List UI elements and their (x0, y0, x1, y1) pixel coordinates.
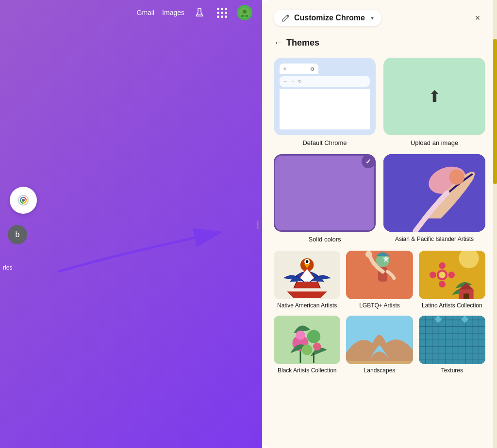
svg-point-25 (430, 272, 436, 278)
theme-card-lgbtq[interactable]: LGBTQ+ Artists (346, 251, 413, 310)
svg-rect-30 (464, 293, 469, 299)
panel-title: Customize Chrome (294, 14, 365, 22)
flask-icon[interactable] (192, 5, 207, 20)
back-nav[interactable]: ← Themes (274, 38, 485, 48)
scrollbar-track (493, 0, 497, 448)
svg-point-2 (241, 15, 244, 17)
svg-point-36 (313, 342, 321, 350)
selected-checkmark: ✓ (362, 155, 375, 168)
theme-card-latino[interactable]: Latino Artists Collection (419, 251, 485, 310)
dropdown-arrow-icon[interactable]: ▾ (371, 15, 374, 21)
top-bar: Gmail Images (0, 0, 262, 25)
theme-preview-solid-colors: ✓ (274, 154, 376, 232)
theme-label-native: Native American Artists (277, 302, 337, 310)
theme-label-textures: Textures (441, 367, 463, 375)
panel-header: Customize Chrome ▾ × (262, 0, 497, 34)
svg-point-11 (449, 169, 464, 185)
theme-label-asian-pacific: Asian & Pacific Islander Artists (395, 236, 474, 242)
theme-label-lgbtq: LGBTQ+ Artists (359, 302, 400, 310)
upload-icon: ⬆ (428, 87, 441, 106)
theme-label-solid: Solid colors (308, 236, 341, 243)
svg-point-3 (245, 15, 248, 17)
theme-preview-latino (419, 251, 485, 299)
theme-card-asian-pacific[interactable]: Asian & Pacific Islander Artists (383, 154, 485, 243)
theme-card-native-american[interactable]: Native American Artists (274, 251, 340, 310)
user-avatar-side[interactable]: b (8, 225, 27, 244)
theme-label-black-artists: Black Artists Collection (278, 367, 336, 375)
arrow-annotation (29, 204, 262, 281)
back-arrow-icon[interactable]: ← (274, 38, 282, 48)
panel-title-group[interactable]: Customize Chrome ▾ (274, 10, 381, 26)
theme-preview-upload: ⬆ (383, 58, 485, 135)
scrollbar-thumb[interactable] (493, 39, 497, 184)
nav-arrow-left: ← (283, 79, 288, 84)
close-button[interactable]: × (470, 10, 485, 26)
customize-panel: Customize Chrome ▾ × ← Themes ⚙ ← (262, 0, 497, 448)
theme-preview-landscapes (346, 316, 413, 364)
svg-point-26 (448, 272, 455, 278)
svg-point-7 (22, 199, 25, 202)
theme-card-upload[interactable]: ⬆ Upload an image (383, 58, 485, 146)
svg-rect-9 (383, 154, 485, 232)
theme-card-solid-colors[interactable]: ✓ Solid colors (274, 154, 376, 243)
theme-preview-textures (419, 316, 485, 364)
theme-card-textures[interactable]: Textures (419, 316, 485, 375)
nav-arrow-right: → (291, 79, 295, 84)
theme-label-upload: Upload an image (411, 139, 458, 146)
svg-point-34 (296, 330, 305, 339)
nav-label-ries: ries (3, 264, 12, 271)
images-link[interactable]: Images (162, 9, 184, 16)
themes-heading: Themes (286, 38, 319, 48)
theme-grid-top: ⚙ ← → ↻ Default Chrome ⬆ Upload an image (274, 58, 485, 243)
theme-label-latino: Latino Artists Collection (422, 302, 482, 310)
svg-rect-39 (346, 361, 413, 364)
theme-preview-asian-pacific (383, 154, 485, 232)
theme-preview-lgbtq (346, 251, 413, 299)
chrome-background: Gmail Images (0, 0, 262, 448)
svg-point-27 (439, 272, 446, 278)
theme-label-default: Default Chrome (302, 139, 347, 146)
panel-content[interactable]: ← Themes ⚙ ← → ↻ Defa (262, 34, 497, 448)
theme-preview-black-artists (274, 316, 340, 364)
svg-point-33 (307, 330, 320, 343)
resize-handle[interactable]: || (255, 214, 261, 234)
chrome-mock-body (280, 89, 370, 129)
user-avatar-top[interactable] (237, 5, 252, 20)
theme-grid-bottom: Native American Artists (274, 251, 485, 374)
chrome-mock-tab: ⚙ (280, 64, 318, 74)
svg-point-19 (365, 251, 372, 258)
theme-card-default-chrome[interactable]: ⚙ ← → ↻ Default Chrome (274, 58, 376, 146)
svg-point-23 (439, 262, 446, 269)
theme-preview-default-chrome: ⚙ ← → ↻ (274, 58, 376, 135)
gmail-link[interactable]: Gmail (137, 9, 155, 16)
svg-point-35 (302, 344, 313, 355)
theme-card-landscapes[interactable]: Landscapes (346, 316, 413, 375)
gear-icon-mock: ⚙ (310, 66, 315, 72)
refresh-icon: ↻ (298, 79, 302, 84)
theme-label-landscapes: Landscapes (364, 367, 396, 375)
svg-point-24 (439, 281, 446, 288)
apps-icon[interactable] (215, 5, 229, 20)
theme-card-black-artists[interactable]: Black Artists Collection (274, 316, 340, 375)
chrome-mock-addressbar: ← → ↻ (280, 76, 370, 87)
lens-button[interactable] (10, 187, 37, 214)
theme-preview-native-american (274, 251, 340, 299)
pencil-icon (282, 14, 290, 22)
svg-point-1 (243, 10, 247, 14)
svg-point-15 (306, 260, 308, 263)
